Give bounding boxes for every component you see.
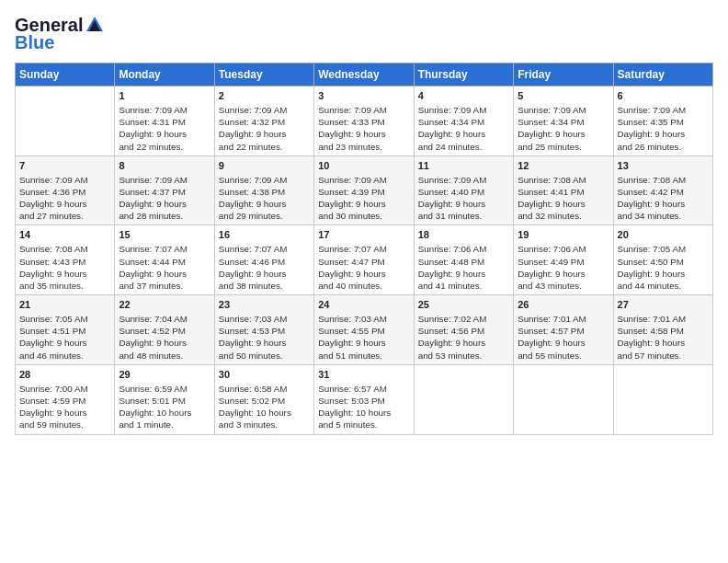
calendar-cell: 19Sunrise: 7:06 AM Sunset: 4:49 PM Dayli… xyxy=(514,225,613,295)
calendar-cell: 5Sunrise: 7:09 AM Sunset: 4:34 PM Daylig… xyxy=(514,86,613,156)
day-number: 26 xyxy=(518,298,609,312)
day-number: 16 xyxy=(219,228,310,242)
day-info: Sunrise: 7:09 AM Sunset: 4:34 PM Dayligh… xyxy=(518,104,609,153)
day-number: 4 xyxy=(418,89,509,103)
day-info: Sunrise: 7:09 AM Sunset: 4:33 PM Dayligh… xyxy=(318,104,409,153)
day-number: 2 xyxy=(219,89,310,103)
day-number: 20 xyxy=(618,228,709,242)
day-number: 24 xyxy=(318,298,409,312)
week-row-2: 14Sunrise: 7:08 AM Sunset: 4:43 PM Dayli… xyxy=(16,225,713,295)
calendar-cell xyxy=(414,364,513,434)
day-number: 8 xyxy=(119,159,210,173)
day-number: 11 xyxy=(418,159,509,173)
day-info: Sunrise: 7:09 AM Sunset: 4:39 PM Dayligh… xyxy=(318,174,409,223)
day-number: 13 xyxy=(618,159,709,173)
day-number: 21 xyxy=(19,298,110,312)
day-number: 12 xyxy=(518,159,609,173)
day-number: 31 xyxy=(318,368,409,382)
calendar-cell: 30Sunrise: 6:58 AM Sunset: 5:02 PM Dayli… xyxy=(214,364,313,434)
day-number: 3 xyxy=(318,89,409,103)
week-row-4: 28Sunrise: 7:00 AM Sunset: 4:59 PM Dayli… xyxy=(16,364,713,434)
col-header-saturday: Saturday xyxy=(613,63,712,86)
day-info: Sunrise: 7:05 AM Sunset: 4:50 PM Dayligh… xyxy=(618,243,709,292)
day-info: Sunrise: 7:09 AM Sunset: 4:36 PM Dayligh… xyxy=(19,174,110,223)
calendar-cell: 1Sunrise: 7:09 AM Sunset: 4:31 PM Daylig… xyxy=(115,86,214,156)
calendar-header-row: SundayMondayTuesdayWednesdayThursdayFrid… xyxy=(16,63,713,86)
day-info: Sunrise: 7:05 AM Sunset: 4:51 PM Dayligh… xyxy=(19,313,110,362)
calendar-cell: 29Sunrise: 6:59 AM Sunset: 5:01 PM Dayli… xyxy=(115,364,214,434)
day-number: 7 xyxy=(19,159,110,173)
col-header-tuesday: Tuesday xyxy=(214,63,313,86)
day-info: Sunrise: 7:09 AM Sunset: 4:31 PM Dayligh… xyxy=(119,104,210,153)
day-number: 28 xyxy=(19,368,110,382)
day-info: Sunrise: 7:04 AM Sunset: 4:52 PM Dayligh… xyxy=(119,313,210,362)
day-number: 18 xyxy=(418,228,509,242)
week-row-3: 21Sunrise: 7:05 AM Sunset: 4:51 PM Dayli… xyxy=(16,295,713,365)
logo: General Blue xyxy=(15,15,105,53)
col-header-wednesday: Wednesday xyxy=(314,63,414,86)
day-number: 1 xyxy=(119,89,210,103)
logo-blue-text: Blue xyxy=(15,32,54,53)
day-info: Sunrise: 7:09 AM Sunset: 4:40 PM Dayligh… xyxy=(418,174,509,223)
week-row-0: 1Sunrise: 7:09 AM Sunset: 4:31 PM Daylig… xyxy=(16,86,713,156)
col-header-thursday: Thursday xyxy=(414,63,513,86)
day-number: 30 xyxy=(219,368,310,382)
calendar-table: SundayMondayTuesdayWednesdayThursdayFrid… xyxy=(15,63,713,435)
day-info: Sunrise: 7:09 AM Sunset: 4:35 PM Dayligh… xyxy=(618,104,709,153)
day-info: Sunrise: 7:08 AM Sunset: 4:41 PM Dayligh… xyxy=(518,174,609,223)
day-number: 27 xyxy=(618,298,709,312)
day-info: Sunrise: 7:02 AM Sunset: 4:56 PM Dayligh… xyxy=(418,313,509,362)
day-number: 6 xyxy=(618,89,709,103)
day-info: Sunrise: 7:07 AM Sunset: 4:44 PM Dayligh… xyxy=(119,243,210,292)
calendar-cell: 22Sunrise: 7:04 AM Sunset: 4:52 PM Dayli… xyxy=(115,295,214,365)
calendar-cell xyxy=(16,86,115,156)
calendar-cell: 9Sunrise: 7:09 AM Sunset: 4:38 PM Daylig… xyxy=(214,155,313,225)
calendar-cell: 12Sunrise: 7:08 AM Sunset: 4:41 PM Dayli… xyxy=(514,155,613,225)
day-info: Sunrise: 7:06 AM Sunset: 4:48 PM Dayligh… xyxy=(418,243,509,292)
header: General Blue xyxy=(15,15,713,53)
day-info: Sunrise: 7:01 AM Sunset: 4:58 PM Dayligh… xyxy=(618,313,709,362)
calendar-cell: 31Sunrise: 6:57 AM Sunset: 5:03 PM Dayli… xyxy=(314,364,414,434)
col-header-sunday: Sunday xyxy=(16,63,115,86)
calendar-cell xyxy=(514,364,613,434)
day-number: 19 xyxy=(518,228,609,242)
calendar-cell: 10Sunrise: 7:09 AM Sunset: 4:39 PM Dayli… xyxy=(314,155,414,225)
calendar-cell: 20Sunrise: 7:05 AM Sunset: 4:50 PM Dayli… xyxy=(613,225,712,295)
week-row-1: 7Sunrise: 7:09 AM Sunset: 4:36 PM Daylig… xyxy=(16,155,713,225)
day-info: Sunrise: 7:08 AM Sunset: 4:43 PM Dayligh… xyxy=(19,243,110,292)
calendar-cell: 18Sunrise: 7:06 AM Sunset: 4:48 PM Dayli… xyxy=(414,225,513,295)
calendar-cell: 2Sunrise: 7:09 AM Sunset: 4:32 PM Daylig… xyxy=(214,86,313,156)
calendar-cell: 27Sunrise: 7:01 AM Sunset: 4:58 PM Dayli… xyxy=(613,295,712,365)
calendar-cell: 11Sunrise: 7:09 AM Sunset: 4:40 PM Dayli… xyxy=(414,155,513,225)
day-number: 29 xyxy=(119,368,210,382)
calendar-cell: 21Sunrise: 7:05 AM Sunset: 4:51 PM Dayli… xyxy=(16,295,115,365)
day-info: Sunrise: 6:59 AM Sunset: 5:01 PM Dayligh… xyxy=(119,383,210,431)
day-info: Sunrise: 7:03 AM Sunset: 4:53 PM Dayligh… xyxy=(219,313,310,362)
col-header-friday: Friday xyxy=(514,63,613,86)
logo-icon xyxy=(85,15,105,35)
calendar-cell: 28Sunrise: 7:00 AM Sunset: 4:59 PM Dayli… xyxy=(16,364,115,434)
calendar-cell: 23Sunrise: 7:03 AM Sunset: 4:53 PM Dayli… xyxy=(214,295,313,365)
calendar-cell: 14Sunrise: 7:08 AM Sunset: 4:43 PM Dayli… xyxy=(16,225,115,295)
day-number: 5 xyxy=(518,89,609,103)
day-info: Sunrise: 7:06 AM Sunset: 4:49 PM Dayligh… xyxy=(518,243,609,292)
calendar-cell xyxy=(613,364,712,434)
calendar-cell: 17Sunrise: 7:07 AM Sunset: 4:47 PM Dayli… xyxy=(314,225,414,295)
col-header-monday: Monday xyxy=(115,63,214,86)
day-info: Sunrise: 7:09 AM Sunset: 4:37 PM Dayligh… xyxy=(119,174,210,223)
day-number: 17 xyxy=(318,228,409,242)
day-info: Sunrise: 7:00 AM Sunset: 4:59 PM Dayligh… xyxy=(19,383,110,431)
day-info: Sunrise: 7:07 AM Sunset: 4:47 PM Dayligh… xyxy=(318,243,409,292)
day-info: Sunrise: 7:01 AM Sunset: 4:57 PM Dayligh… xyxy=(518,313,609,362)
day-number: 25 xyxy=(418,298,509,312)
calendar-cell: 7Sunrise: 7:09 AM Sunset: 4:36 PM Daylig… xyxy=(16,155,115,225)
day-number: 23 xyxy=(219,298,310,312)
day-number: 15 xyxy=(119,228,210,242)
day-number: 22 xyxy=(119,298,210,312)
day-info: Sunrise: 7:09 AM Sunset: 4:38 PM Dayligh… xyxy=(219,174,310,223)
day-info: Sunrise: 7:07 AM Sunset: 4:46 PM Dayligh… xyxy=(219,243,310,292)
day-info: Sunrise: 6:57 AM Sunset: 5:03 PM Dayligh… xyxy=(318,383,409,431)
calendar-cell: 15Sunrise: 7:07 AM Sunset: 4:44 PM Dayli… xyxy=(115,225,214,295)
day-number: 9 xyxy=(219,159,310,173)
day-info: Sunrise: 6:58 AM Sunset: 5:02 PM Dayligh… xyxy=(219,383,310,431)
